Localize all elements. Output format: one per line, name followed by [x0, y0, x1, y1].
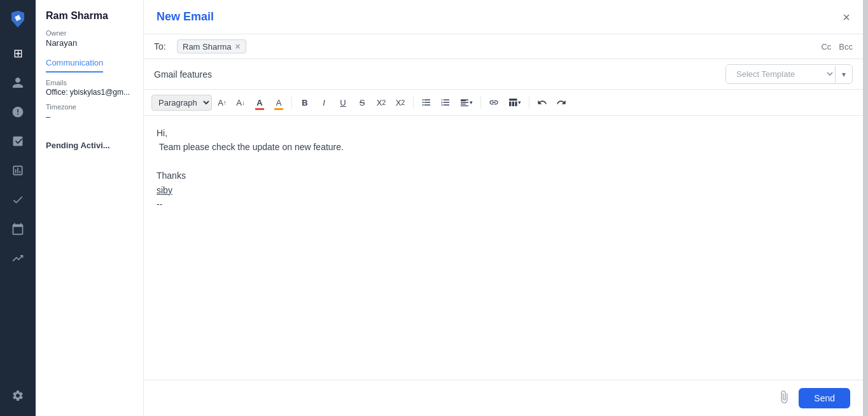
subject-input[interactable]: [154, 67, 720, 82]
modal-header: New Email ×: [144, 0, 863, 34]
italic-button[interactable]: I: [315, 94, 333, 111]
highlight-color-button[interactable]: A: [270, 94, 288, 111]
sidebar-icon-dashboard[interactable]: ⊞: [5, 41, 31, 66]
timezone-value: –: [46, 112, 133, 121]
email-body-editor[interactable]: Hi, Team please check the update on new …: [144, 116, 863, 380]
owner-label: Owner: [46, 29, 133, 37]
bold-button[interactable]: B: [296, 94, 314, 111]
attach-button[interactable]: [777, 390, 791, 407]
sidebar: ⊞: [0, 0, 36, 416]
font-size-up-button[interactable]: A↑: [213, 94, 231, 111]
send-button[interactable]: Send: [799, 388, 850, 408]
communication-tab[interactable]: Communication: [46, 54, 103, 73]
emails-label: Emails: [46, 79, 133, 87]
app-logo[interactable]: [6, 8, 29, 31]
subject-row: Select Template ▾: [144, 59, 863, 90]
remove-recipient-button[interactable]: ×: [235, 41, 241, 52]
font-color-button[interactable]: A: [251, 94, 269, 111]
email-body-line-2: Team please check the update on new feat…: [157, 140, 850, 154]
bullet-list-button[interactable]: [417, 94, 435, 111]
editor-toolbar: Paragraph A↑ A↓ A: [144, 90, 863, 116]
modal-overlay: New Email × To: Ram Sharma × Cc Bcc: [144, 0, 868, 416]
email-body-line-3: [157, 155, 850, 169]
sidebar-icon-settings[interactable]: [5, 383, 31, 408]
table-button[interactable]: ▾: [504, 94, 525, 111]
redo-button[interactable]: [552, 94, 570, 111]
toolbar-divider-4: [529, 96, 529, 109]
modal-body: To: Ram Sharma × Cc Bcc Select: [144, 34, 863, 380]
link-button[interactable]: [485, 94, 503, 111]
template-chevron-icon[interactable]: ▾: [835, 66, 852, 83]
sidebar-icon-analytics[interactable]: [5, 246, 31, 271]
font-size-group: A↑ A↓: [213, 94, 249, 111]
left-panel: Ram Sharma Owner Narayan Communication E…: [36, 0, 144, 416]
cc-bcc-area: Cc Bcc: [821, 42, 853, 52]
toolbar-divider-2: [413, 96, 414, 109]
bcc-button[interactable]: Bcc: [839, 42, 853, 52]
sidebar-icon-contacts[interactable]: [5, 70, 31, 95]
ordered-list-button[interactable]: [437, 94, 454, 111]
contact-name: Ram Sharma: [46, 10, 133, 22]
toolbar-divider-1: [291, 96, 292, 109]
template-select-wrapper: Select Template ▾: [725, 64, 853, 84]
pending-activities-label: Pending Activi...: [46, 141, 133, 150]
close-button[interactable]: ×: [843, 11, 850, 24]
recipient-name: Ram Sharma: [183, 42, 232, 52]
undo-button[interactable]: [533, 94, 551, 111]
owner-value: Narayan: [46, 38, 133, 48]
to-label: To:: [154, 41, 172, 52]
sidebar-icon-reports[interactable]: [5, 158, 31, 183]
sidebar-icon-tasks[interactable]: [5, 187, 31, 212]
cc-button[interactable]: Cc: [821, 42, 831, 52]
subscript-button[interactable]: X2: [372, 94, 390, 111]
strikethrough-button[interactable]: S: [353, 94, 371, 111]
email-link[interactable]: ybiskylas1@gm...: [70, 88, 130, 97]
sidebar-bottom: [5, 383, 31, 408]
modal-footer: Send: [144, 380, 863, 416]
timezone-label: Timezone: [46, 103, 133, 111]
toolbar-divider-3: [480, 96, 481, 109]
sidebar-icon-products[interactable]: [5, 128, 31, 154]
new-email-modal: New Email × To: Ram Sharma × Cc Bcc: [144, 0, 863, 416]
sidebar-icon-calendar[interactable]: [5, 216, 31, 242]
office-label: Office: ybiskylas1@gm...: [46, 88, 133, 97]
sidebar-icon-deals[interactable]: [5, 99, 31, 125]
underline-button[interactable]: U: [334, 94, 352, 111]
email-body-line-1: Hi,: [157, 126, 850, 140]
main-area: New Email × To: Ram Sharma × Cc Bcc: [144, 0, 868, 416]
email-body-line-5: siby: [157, 183, 850, 197]
to-row: To: Ram Sharma × Cc Bcc: [144, 34, 863, 59]
recipient-tag: Ram Sharma ×: [177, 39, 246, 53]
modal-title: New Email: [157, 10, 214, 24]
align-button[interactable]: ▾: [456, 94, 477, 111]
font-size-down-button[interactable]: A↓: [232, 94, 249, 111]
template-select[interactable]: Select Template: [726, 65, 835, 83]
email-body-line-4: Thanks: [157, 169, 850, 183]
superscript-button[interactable]: X2: [391, 94, 409, 111]
email-body-line-6: --: [157, 197, 850, 211]
paragraph-select[interactable]: Paragraph: [151, 95, 212, 111]
